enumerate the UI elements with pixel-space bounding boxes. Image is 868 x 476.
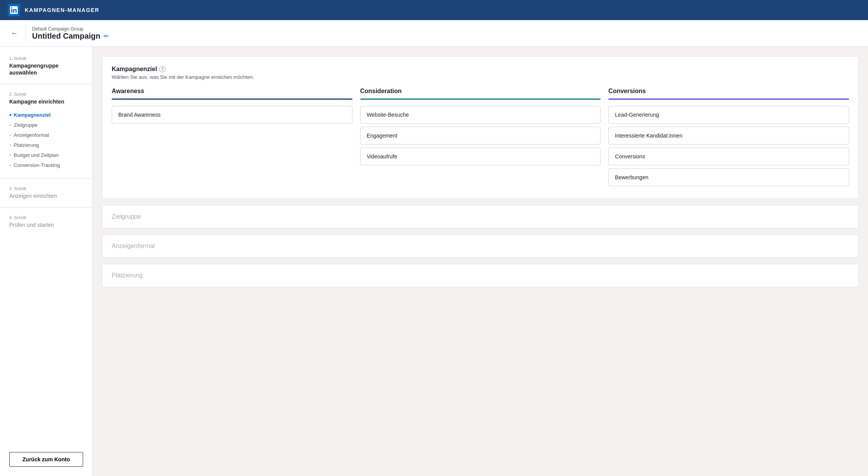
campaign-goal-title-text: Kampagnenziel xyxy=(112,66,157,73)
platzierung-title: Platzierung xyxy=(112,272,849,279)
bullet-icon-inactive-5: • xyxy=(9,162,12,169)
sidebar-nav: • Kampagnenziel • Zielgruppe • Anzeigenf… xyxy=(9,105,83,170)
nav-label-platzierung: Platzierung xyxy=(14,142,39,148)
step-3-title: Anzeigen einrichten xyxy=(9,192,83,199)
anzeigenformat-title: Anzeigenformat xyxy=(112,243,849,250)
sidebar-item-conversion[interactable]: • Conversion-Tracking xyxy=(9,160,83,170)
back-to-account-button[interactable]: Zurück zum Konto xyxy=(9,452,83,467)
step-2-label: 2. Schritt xyxy=(9,92,83,97)
campaign-name: Untitled Campaign xyxy=(32,32,100,41)
zielgruppe-section[interactable]: Zielgruppe xyxy=(102,205,859,228)
step-1-label: 1. Schritt xyxy=(9,56,83,61)
breadcrumb-divider xyxy=(26,25,26,42)
step-4-title: Prüfen und starten xyxy=(9,221,83,228)
goal-option-engagement[interactable]: Engagement xyxy=(360,127,601,144)
goal-option-lead-generierung[interactable]: Lead-Generierung xyxy=(608,106,849,124)
sidebar-content: 1. Schritt Kampagnengruppe auswählen 2. … xyxy=(0,47,92,443)
consideration-bar xyxy=(360,99,601,100)
nav-label-zielgruppe: Zielgruppe xyxy=(14,122,37,128)
zielgruppe-title: Zielgruppe xyxy=(112,213,849,220)
edit-icon[interactable]: ✏ xyxy=(104,32,109,40)
sidebar-step-2: 2. Schritt Kampagne einrichten • Kampagn… xyxy=(0,92,92,178)
sidebar-item-budget[interactable]: • Budget und Zeitplan xyxy=(9,150,83,160)
app-title: KAMPAGNEN-MANAGER xyxy=(25,7,99,13)
sidebar-item-anzeigenformat[interactable]: • Anzeigenformat xyxy=(9,130,83,140)
breadcrumb-bar: ← Default Campaign Group Untitled Campai… xyxy=(0,20,868,47)
campaign-goal-subtitle: Wählen Sie aus, was Sie mit der Kampagne… xyxy=(112,74,849,80)
goal-option-website-besuche[interactable]: Website-Besuche xyxy=(360,106,601,124)
bullet-icon-inactive-3: • xyxy=(9,142,12,149)
top-nav: KAMPAGNEN-MANAGER xyxy=(0,0,868,20)
awareness-bar xyxy=(112,99,352,100)
main-layout: 1. Schritt Kampagnengruppe auswählen 2. … xyxy=(0,47,868,476)
step-2-title: Kampagne einrichten xyxy=(9,98,83,105)
sidebar-step-1: 1. Schritt Kampagnengruppe auswählen xyxy=(0,56,92,84)
consideration-header: Consideration xyxy=(360,88,601,95)
goal-option-brand-awareness[interactable]: Brand Awareness xyxy=(112,106,352,124)
sidebar-footer: Zurück zum Konto xyxy=(0,443,92,476)
campaign-group-label: Default Campaign Group xyxy=(32,26,109,32)
nav-label-conversion: Conversion-Tracking xyxy=(14,162,60,168)
step-3-label: 3. Schritt xyxy=(9,186,83,191)
bullet-icon-inactive: • xyxy=(9,122,12,129)
step-4-label: 4. Schritt xyxy=(9,215,83,220)
conversions-bar xyxy=(608,99,849,100)
back-button[interactable]: ← xyxy=(9,28,19,39)
breadcrumb-info: Default Campaign Group Untitled Campaign… xyxy=(32,26,109,41)
goal-option-bewerbungen[interactable]: Bewerbungen xyxy=(608,168,849,186)
sidebar-step-4: 4. Schritt Prüfen und starten xyxy=(0,215,92,236)
breadcrumb-title: Untitled Campaign ✏ xyxy=(32,32,109,41)
help-icon[interactable]: ? xyxy=(159,66,165,72)
conversions-header: Conversions xyxy=(608,88,849,95)
linkedin-logo xyxy=(8,4,20,16)
nav-label-kampagnenziel: Kampagnenziel xyxy=(14,112,51,118)
consideration-column: Consideration Website-Besuche Engagement… xyxy=(360,88,601,189)
main-content: Kampagnenziel ? Wählen Sie aus, was Sie … xyxy=(93,47,868,476)
platzierung-section[interactable]: Platzierung xyxy=(102,264,859,287)
goal-option-videoaufrufe[interactable]: Videoaufrufe xyxy=(360,148,601,165)
conversions-column: Conversions Lead-Generierung Interessier… xyxy=(608,88,849,189)
campaign-goal-title: Kampagnenziel ? xyxy=(112,66,849,73)
sidebar: 1. Schritt Kampagnengruppe auswählen 2. … xyxy=(0,47,93,476)
nav-label-anzeigenformat: Anzeigenformat xyxy=(14,132,49,138)
goal-option-conversions[interactable]: Conversions xyxy=(608,148,849,165)
bullet-icon-inactive-4: • xyxy=(9,152,12,159)
goal-columns: Awareness Brand Awareness Consideration … xyxy=(112,88,849,189)
sidebar-item-zielgruppe[interactable]: • Zielgruppe xyxy=(9,120,83,130)
sidebar-step-3: 3. Schritt Anzeigen einrichten xyxy=(0,186,92,207)
step-1-title: Kampagnengruppe auswählen xyxy=(9,62,83,76)
goal-option-interessierte-kandidaten[interactable]: Interessierte Kandidat:innen xyxy=(608,127,849,144)
awareness-column: Awareness Brand Awareness xyxy=(112,88,352,189)
sidebar-item-platzierung[interactable]: • Platzierung xyxy=(9,140,83,150)
nav-label-budget: Budget und Zeitplan xyxy=(14,152,59,158)
anzeigenformat-section[interactable]: Anzeigenformat xyxy=(102,235,859,258)
bullet-icon: • xyxy=(9,112,12,119)
campaign-goal-card: Kampagnenziel ? Wählen Sie aus, was Sie … xyxy=(102,56,859,199)
awareness-header: Awareness xyxy=(112,88,352,95)
sidebar-item-kampagnenziel[interactable]: • Kampagnenziel xyxy=(9,110,83,120)
bullet-icon-inactive-2: • xyxy=(9,132,12,139)
